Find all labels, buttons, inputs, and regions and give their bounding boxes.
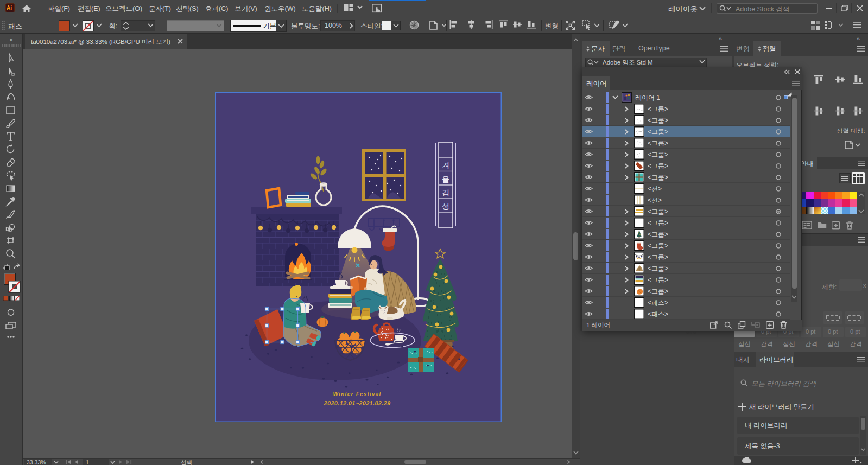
svg-text:울: 울 <box>442 175 449 183</box>
svg-text:2020.12.01~2021.02.29: 2020.12.01~2021.02.29 <box>324 400 391 406</box>
svg-text:감: 감 <box>442 188 449 197</box>
svg-text:Winter Festival: Winter Festival <box>333 391 381 397</box>
svg-text:성: 성 <box>442 202 449 211</box>
svg-text:겨: 겨 <box>442 161 449 169</box>
